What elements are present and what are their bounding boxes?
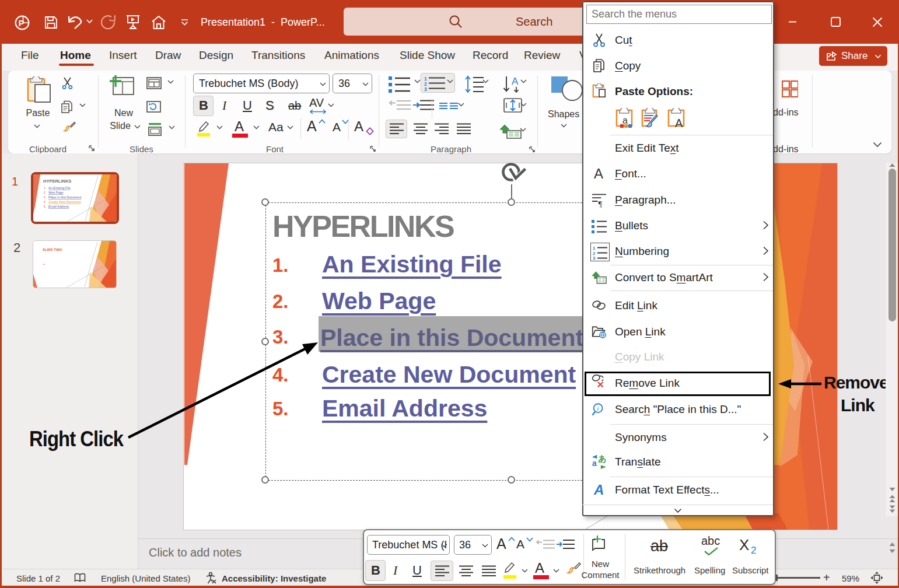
svg-text:Place in this Document: Place in this Document bbox=[48, 195, 82, 199]
svg-text:Email Address: Email Address bbox=[48, 205, 69, 208]
svg-text:4.: 4. bbox=[44, 201, 46, 204]
svg-text:1: 1 bbox=[593, 246, 596, 251]
svg-text:あ: あ bbox=[598, 454, 606, 464]
svg-text:3: 3 bbox=[593, 256, 596, 260]
svg-text:a: a bbox=[592, 459, 597, 468]
svg-text:3.: 3. bbox=[44, 196, 46, 199]
svg-text:3: 3 bbox=[424, 86, 427, 91]
svg-text:SLIDE TWO: SLIDE TWO bbox=[43, 248, 62, 251]
svg-text:P: P bbox=[18, 18, 24, 28]
svg-text:2.: 2. bbox=[44, 191, 46, 194]
svg-text:▪ ·: ▪ · bbox=[43, 262, 47, 266]
svg-text:5.: 5. bbox=[44, 205, 46, 208]
svg-text:Web Page: Web Page bbox=[48, 191, 64, 194]
svg-text:1.: 1. bbox=[44, 187, 46, 190]
svg-text:Create New Document: Create New Document bbox=[48, 200, 81, 204]
svg-text:An Existing File: An Existing File bbox=[48, 186, 71, 190]
svg-text:A: A bbox=[675, 117, 683, 128]
svg-text:¶: ¶ bbox=[599, 200, 603, 208]
svg-text:a: a bbox=[622, 116, 628, 125]
svg-text:A: A bbox=[512, 76, 519, 87]
svg-text:HYPERLINKS: HYPERLINKS bbox=[43, 178, 71, 184]
svg-text:i: i bbox=[597, 405, 599, 412]
